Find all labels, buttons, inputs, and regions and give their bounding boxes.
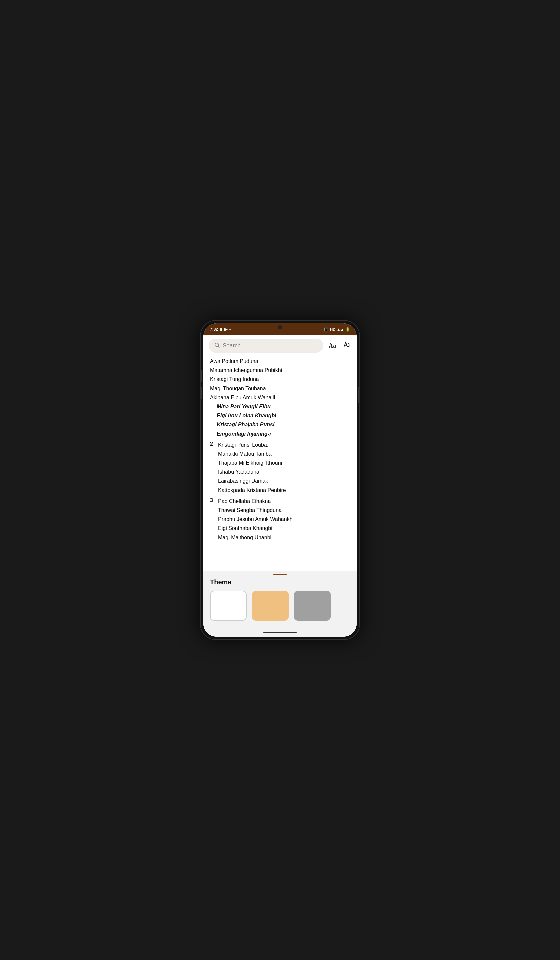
- search-icon: [214, 342, 220, 349]
- battery-icon: 🔋: [345, 327, 350, 332]
- bottom-sheet-handle[interactable]: [274, 574, 286, 575]
- app-content: Aa Awa Potlum Puduna Matamna Icheng: [203, 335, 357, 637]
- verse-3-block: 3 Pap Chellaba Eihakna Thawai Sengba Thi…: [210, 497, 350, 542]
- verse-2-line-6: Kattokpada Kristana Penbire: [218, 487, 286, 493]
- phone-screen: 7:32 ▮ ▶ • 📳 HD ▲▲ 🔋: [203, 323, 357, 637]
- verse-2-line-2: Mahakki Matou Tamba: [218, 451, 272, 457]
- scripture-line-1: Awa Potlum Puduna: [210, 357, 350, 366]
- scripture-italic-3: Kristagi Phajaba Punsi: [210, 420, 350, 429]
- camera-notch: [278, 325, 282, 329]
- search-input[interactable]: [222, 342, 318, 349]
- verse-2-block: 2 Kristagi Punsi Louba, Mahakki Matou Ta…: [210, 440, 350, 494]
- vibrate-icon: 📳: [324, 327, 329, 332]
- status-dot-icon: •: [229, 327, 231, 332]
- bottom-sheet: Theme: [203, 571, 357, 630]
- theme-warm-swatch[interactable]: [252, 590, 289, 621]
- status-left: 7:32 ▮ ▶ •: [210, 327, 231, 332]
- verse-3-line-3: Prabhu Jesubu Amuk Wahankhi: [218, 516, 294, 522]
- svg-point-0: [215, 343, 219, 347]
- status-right: 📳 HD ▲▲ 🔋: [324, 327, 350, 332]
- verse-3-line-1: Pap Chellaba Eihakna: [218, 498, 270, 504]
- status-yt-icon: ▶: [224, 327, 227, 332]
- home-indicator: [203, 630, 357, 637]
- scripture-italic-1: Mina Pari Yengli Eibu: [210, 402, 350, 411]
- verse-3-line-2: Thawai Sengba Thingduna: [218, 507, 282, 513]
- power-button[interactable]: [358, 387, 359, 403]
- theme-gray-swatch[interactable]: [294, 590, 331, 621]
- verse-3-text: Pap Chellaba Eihakna Thawai Sengba Thing…: [218, 497, 294, 542]
- font-style-button[interactable]: [341, 340, 351, 352]
- theme-options: [210, 590, 350, 623]
- scripture-line-5: Akibana Eibu Amuk Wahalli: [210, 393, 350, 402]
- scripture-scroll[interactable]: Awa Potlum Puduna Matamna Ichengumna Pub…: [203, 355, 357, 571]
- scripture-line-3: Kristagi Tung Induna: [210, 375, 350, 384]
- verse-2-line-5: Lairabasinggi Damak: [218, 478, 268, 484]
- search-input-wrap[interactable]: [209, 339, 323, 353]
- status-m-icon: ▮: [220, 327, 222, 332]
- scripture-line-2: Matamna Ichengumna Pubikhi: [210, 366, 350, 375]
- signal-icon: ▲▲: [337, 327, 344, 331]
- home-bar[interactable]: [263, 632, 297, 633]
- svg-line-1: [218, 346, 219, 347]
- verse-2-number: 2: [210, 441, 215, 494]
- verse-2-text: Kristagi Punsi Louba, Mahakki Matou Tamb…: [218, 440, 286, 494]
- phone-frame: 7:32 ▮ ▶ • 📳 HD ▲▲ 🔋: [200, 320, 360, 640]
- theme-label: Theme: [210, 578, 350, 586]
- verse-2-line-1: Kristagi Punsi Louba,: [218, 442, 268, 448]
- scripture-italic-4: Eingondagi Injaning-i: [210, 429, 350, 438]
- font-size-button[interactable]: Aa: [327, 341, 338, 350]
- search-bar-container: Aa: [203, 335, 357, 355]
- volume-down-button[interactable]: [201, 387, 202, 398]
- status-time: 7:32: [210, 327, 218, 332]
- scripture-italic-2: Eigi Itou Loina Khangbi: [210, 411, 350, 420]
- theme-white-swatch[interactable]: [210, 590, 247, 621]
- verse-3-line-4: Eigi Sonthaba Khangbi: [218, 525, 272, 531]
- verse-3-number: 3: [210, 498, 215, 542]
- search-row: Aa: [209, 339, 351, 353]
- hd-badge: HD: [330, 327, 335, 331]
- verse-2-line-3: Thajaba Mi Eikhoigi Ithouni: [218, 460, 282, 466]
- verse-2-line-4: Ishabu Yadaduna: [218, 469, 259, 475]
- scripture-line-4: Magi Thougan Toubana: [210, 384, 350, 393]
- verse-3-line-5: Magi Maithong Uhanbi;: [218, 535, 273, 540]
- volume-up-button[interactable]: [201, 370, 202, 382]
